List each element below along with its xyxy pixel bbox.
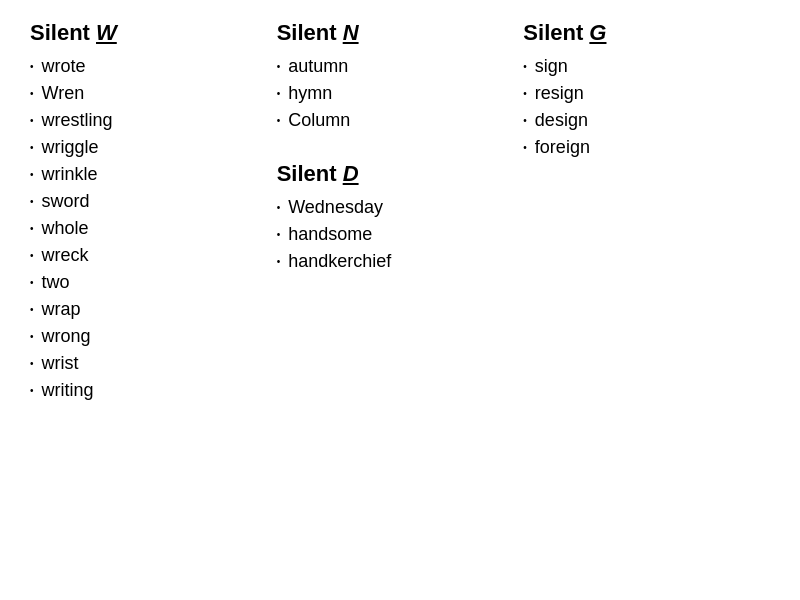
- page: Silent W wrote Wren wrestling wriggle wr…: [0, 0, 800, 600]
- list-item: wrote: [30, 56, 267, 77]
- list-item: writing: [30, 380, 267, 401]
- list-item: handkerchief: [277, 251, 514, 272]
- list-item: wriggle: [30, 137, 267, 158]
- list-item: foreign: [523, 137, 760, 158]
- list-silent-d: Wednesday handsome handkerchief: [277, 197, 514, 272]
- list-item: wrinkle: [30, 164, 267, 185]
- letter-g: G: [589, 20, 606, 45]
- list-item: autumn: [277, 56, 514, 77]
- list-silent-n: autumn hymn Column: [277, 56, 514, 131]
- title-silent-w: Silent W: [30, 20, 267, 46]
- list-item: sign: [523, 56, 760, 77]
- title-silent-g-text: Silent: [523, 20, 589, 45]
- list-item: wrap: [30, 299, 267, 320]
- column-silent-w: Silent W wrote Wren wrestling wriggle wr…: [30, 20, 277, 407]
- list-item: Wren: [30, 83, 267, 104]
- list-item: wrong: [30, 326, 267, 347]
- letter-w: W: [96, 20, 117, 45]
- list-item: resign: [523, 83, 760, 104]
- title-silent-g: Silent G: [523, 20, 760, 46]
- list-silent-g: sign resign design foreign: [523, 56, 760, 158]
- list-item: Wednesday: [277, 197, 514, 218]
- letter-d: D: [343, 161, 359, 186]
- title-silent-d: Silent D: [277, 161, 514, 187]
- title-silent-w-text: Silent: [30, 20, 96, 45]
- list-item: hymn: [277, 83, 514, 104]
- list-item: design: [523, 110, 760, 131]
- top-columns: Silent W wrote Wren wrestling wriggle wr…: [30, 20, 770, 407]
- letter-n: N: [343, 20, 359, 45]
- list-item: wrestling: [30, 110, 267, 131]
- title-silent-d-text: Silent: [277, 161, 343, 186]
- list-item: two: [30, 272, 267, 293]
- column-silent-n: Silent N autumn hymn Column Silent D Wed…: [277, 20, 524, 407]
- list-item: handsome: [277, 224, 514, 245]
- list-item: wreck: [30, 245, 267, 266]
- list-item: wrist: [30, 353, 267, 374]
- list-item: sword: [30, 191, 267, 212]
- column-silent-d: Silent D Wednesday handsome handkerchief: [277, 161, 514, 272]
- title-silent-n: Silent N: [277, 20, 514, 46]
- title-silent-n-text: Silent: [277, 20, 343, 45]
- list-silent-w: wrote Wren wrestling wriggle wrinkle swo…: [30, 56, 267, 401]
- list-item: whole: [30, 218, 267, 239]
- list-item: Column: [277, 110, 514, 131]
- column-silent-g: Silent G sign resign design foreign: [523, 20, 770, 407]
